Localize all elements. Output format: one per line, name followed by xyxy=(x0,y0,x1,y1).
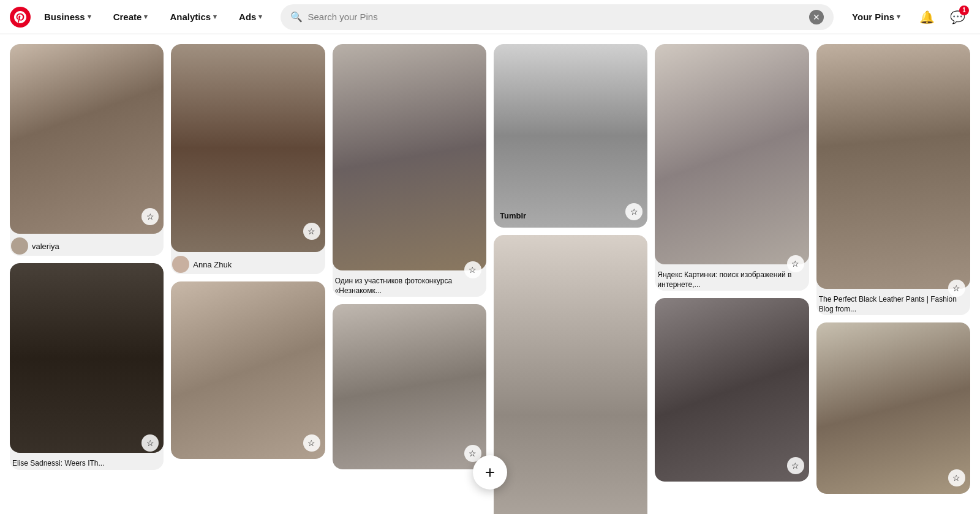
pin-image xyxy=(816,44,970,289)
pin-image xyxy=(10,263,164,453)
create-button[interactable]: Create ▾ xyxy=(105,7,157,27)
business-button[interactable]: Business ▾ xyxy=(36,7,100,27)
ads-chevron-icon: ▾ xyxy=(258,13,262,21)
pin-save-icon[interactable]: ☆ xyxy=(787,457,804,474)
messages-button[interactable]: 💬 1 xyxy=(944,4,970,30)
analytics-button[interactable]: Analytics ▾ xyxy=(161,7,225,27)
pin-card[interactable]: ☆ xyxy=(333,304,486,469)
pin-card[interactable]: ☆ valeriya xyxy=(10,44,164,256)
search-clear-button[interactable]: ✕ xyxy=(809,10,824,24)
your-pins-chevron-icon: ▾ xyxy=(897,13,900,21)
pin-footer: Anna Zhuk xyxy=(171,252,325,274)
pin-card[interactable]: ☆ Anna Zhuk xyxy=(171,44,325,274)
pin-save-icon[interactable]: ☆ xyxy=(303,434,320,452)
pin-card[interactable]: ☆ Tumblr xyxy=(494,44,647,228)
search-input[interactable] xyxy=(307,12,809,22)
pin-image xyxy=(171,281,325,459)
navbar: Business ▾ Create ▾ Analytics ▾ Ads ▾ 🔍 … xyxy=(0,0,980,34)
pin-card[interactable]: ☆ Elise Sadnessi: Weers ITh... xyxy=(10,263,164,470)
pin-card[interactable]: ☆ xyxy=(816,322,970,494)
analytics-chevron-icon: ▾ xyxy=(213,13,217,21)
pin-footer: Один из участников фотоконкурса «Незнако… xyxy=(333,270,486,297)
pin-save-icon[interactable]: ☆ xyxy=(948,280,965,297)
notification-badge: 1 xyxy=(959,6,969,15)
create-label: Create xyxy=(113,12,142,22)
pin-image xyxy=(655,298,809,482)
pin-author: Anna Zhuk xyxy=(172,256,232,273)
pin-footer: Elise Sadnessi: Weers ITh... xyxy=(10,453,164,470)
create-chevron-icon: ▾ xyxy=(144,13,148,21)
pin-image xyxy=(333,44,486,270)
pin-card[interactable]: ☆ xyxy=(655,298,809,482)
business-label: Business xyxy=(44,12,85,22)
pin-save-icon[interactable]: ☆ xyxy=(141,434,159,452)
pin-save-icon[interactable]: ☆ xyxy=(464,261,481,278)
pin-image xyxy=(171,44,325,252)
source-label: Tumblr xyxy=(500,211,526,220)
main-content: ☆ valeriya ☆ Elise Sadnessi: Weers ITh..… xyxy=(0,34,980,514)
search-bar: 🔍 ✕ xyxy=(281,4,834,30)
fab-icon: + xyxy=(485,463,495,482)
pin-title: Elise Sadnessi: Weers ITh... xyxy=(11,456,106,469)
pin-image xyxy=(655,44,809,264)
pins-grid: ☆ valeriya ☆ Elise Sadnessi: Weers ITh..… xyxy=(10,44,970,514)
pin-save-icon[interactable]: ☆ xyxy=(303,223,320,240)
ads-button[interactable]: Ads ▾ xyxy=(230,7,271,27)
pin-image xyxy=(494,235,647,514)
your-pins-button[interactable]: Your Pins ▾ xyxy=(843,7,909,27)
pin-save-icon[interactable]: ☆ xyxy=(787,255,804,272)
search-icon: 🔍 xyxy=(290,11,303,23)
pin-card[interactable]: ☆ Яндекс Картинки: поиск изображений в и… xyxy=(655,44,809,291)
pin-card[interactable]: ☆ xyxy=(171,281,325,459)
ads-label: Ads xyxy=(239,12,256,22)
pin-author: valeriya xyxy=(11,237,59,255)
author-name: valeriya xyxy=(32,242,59,251)
pin-title: The Perfect Black Leather Pants | Fashio… xyxy=(818,292,969,314)
pin-card[interactable]: ☆ Один из участников фотоконкурса «Незна… xyxy=(333,44,486,297)
pin-save-icon[interactable]: ☆ xyxy=(948,469,965,486)
nav-right: Your Pins ▾ 🔔 💬 1 xyxy=(843,4,970,30)
notifications-button[interactable]: 🔔 xyxy=(914,4,940,30)
pin-image xyxy=(333,304,486,469)
pin-image xyxy=(816,322,970,494)
avatar xyxy=(172,256,189,273)
pin-title: Яндекс Картинки: поиск изображений в инт… xyxy=(656,268,807,289)
add-pin-fab[interactable]: + xyxy=(473,455,507,490)
pin-image xyxy=(494,44,647,228)
pin-footer: valeriya xyxy=(10,234,164,256)
author-name: Anna Zhuk xyxy=(193,260,232,269)
avatar xyxy=(11,237,28,255)
pin-footer: Яндекс Картинки: поиск изображений в инт… xyxy=(655,264,809,291)
pin-image xyxy=(10,44,164,234)
pin-card[interactable]: ☆ The Perfect Black Leather Pants | Fash… xyxy=(816,44,970,315)
business-chevron-icon: ▾ xyxy=(88,13,91,21)
pinterest-logo[interactable] xyxy=(10,7,31,28)
pin-title: Один из участников фотоконкурса «Незнако… xyxy=(334,274,485,296)
pin-footer: The Perfect Black Leather Pants | Fashio… xyxy=(816,289,970,315)
pin-card[interactable]: ☆ xyxy=(494,235,647,514)
analytics-label: Analytics xyxy=(170,12,211,22)
your-pins-label: Your Pins xyxy=(852,12,894,22)
